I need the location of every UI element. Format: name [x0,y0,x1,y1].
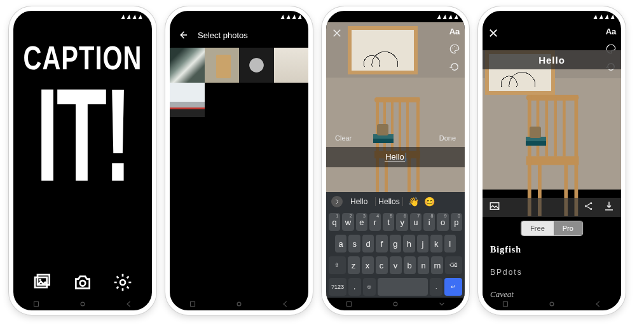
key-q[interactable]: q1 [329,213,340,231]
key-n[interactable]: n [418,256,430,274]
symbols-key[interactable]: ?123 [329,278,346,296]
emoji-key[interactable]: ☺ [363,278,376,296]
suggestion-emoji[interactable]: 👋 [408,197,419,207]
photo-thumb[interactable] [205,48,240,83]
suggestion-emoji[interactable]: 😊 [424,197,435,207]
rotate-tool-button[interactable] [448,60,461,73]
close-icon [331,27,343,39]
key-r[interactable]: r4 [369,213,381,231]
space-key[interactable] [378,278,428,296]
open-gallery-button[interactable] [29,271,57,294]
phone-picker: Select photos [165,6,313,315]
segment-free[interactable]: Free [521,221,554,235]
key-row: asdfghjkl [326,233,465,254]
status-bar [483,11,621,22]
back-icon[interactable] [281,300,290,308]
font-item[interactable]: BPdots [490,268,613,277]
caption-display[interactable]: Hello [483,50,621,69]
font-item[interactable]: Bigfish [490,245,613,255]
key-d[interactable]: d [362,235,374,252]
system-navbar [326,298,465,310]
font-list[interactable]: Bigfish BPdots Caveat [483,241,621,298]
key-u[interactable]: u7 [410,213,421,231]
key-s[interactable]: s [348,235,360,252]
key-y[interactable]: y6 [396,213,408,231]
photo-thumb[interactable] [170,48,205,83]
system-navbar [13,298,152,310]
open-camera-button[interactable] [69,271,97,294]
home-icon[interactable] [78,300,87,308]
home-icon[interactable] [235,300,243,308]
key-h[interactable]: h [403,235,414,252]
key-p[interactable]: p0 [451,213,462,231]
key-l[interactable]: l [444,235,456,252]
key-x[interactable]: x [362,256,374,274]
close-button[interactable] [331,27,343,41]
open-settings-button[interactable] [109,271,137,294]
suggestion-item[interactable]: Hellos [375,197,402,206]
photo-thumb[interactable] [170,83,205,118]
add-photo-button[interactable] [489,200,500,214]
key-i[interactable]: i8 [423,213,435,231]
key-g[interactable]: g [390,235,401,252]
done-button[interactable]: Done [439,134,456,142]
collapse-suggestions-button[interactable] [331,196,343,207]
home-icon[interactable] [391,300,400,308]
key-m[interactable]: m [431,256,443,274]
svg-rect-7 [191,302,195,307]
enter-key[interactable]: ↵ [444,278,462,296]
segment-pro[interactable]: Pro [554,221,582,235]
key-v[interactable]: v [390,256,402,274]
svg-point-10 [454,46,455,48]
key-b[interactable]: b [404,256,416,274]
key-j[interactable]: j [417,235,428,252]
svg-point-3 [80,280,86,286]
keyboard-hide-icon[interactable] [437,300,446,308]
recent-apps-icon[interactable] [345,300,353,308]
period-key[interactable]: . [430,278,442,296]
back-icon[interactable] [594,300,603,308]
recent-apps-icon[interactable] [32,300,41,308]
photo-chair [372,97,429,193]
photo-chair [523,95,589,205]
recent-apps-icon[interactable] [188,300,197,308]
palette-tool-button[interactable] [448,43,461,55]
share-button[interactable] [583,200,594,214]
home-icon[interactable] [547,300,556,308]
canvas-photo[interactable] [483,50,621,190]
close-button[interactable] [488,27,499,41]
font-item[interactable]: Caveat [490,289,613,298]
back-arrow-icon[interactable] [177,29,189,41]
key-t[interactable]: t5 [383,213,394,231]
comma-key[interactable]: , [348,278,361,296]
svg-point-9 [452,48,453,49]
font-tool-button[interactable]: Aa [448,25,461,38]
caption-input-row[interactable]: Hello [326,147,465,167]
status-bar [170,11,308,22]
key-k[interactable]: k [430,235,442,252]
key-row: ?123 , ☺ . ↵ [326,276,465,298]
clear-button[interactable]: Clear [335,134,352,142]
key-a[interactable]: a [335,235,346,252]
suggestion-item[interactable]: Hello [348,197,370,206]
status-bar [326,11,465,22]
key-w[interactable]: w2 [342,213,353,231]
photo-thumb[interactable] [274,48,309,83]
svg-point-19 [550,302,554,306]
font-tool-button[interactable]: Aa [605,25,617,38]
photo-thumb[interactable] [239,48,274,83]
svg-rect-18 [504,302,508,307]
key-f[interactable]: f [376,235,387,252]
key-o[interactable]: o9 [437,213,448,231]
key-⌫[interactable]: ⌫ [445,256,462,274]
recent-apps-icon[interactable] [501,300,510,308]
back-icon[interactable] [125,300,134,308]
key-c[interactable]: c [376,256,388,274]
text-cursor [406,153,406,162]
free-pro-segmented[interactable]: Free Pro [521,221,583,236]
key-e[interactable]: e3 [356,213,367,231]
download-icon [603,200,615,212]
key-z[interactable]: z [348,256,360,274]
download-button[interactable] [603,200,615,214]
key-⇧[interactable]: ⇧ [329,256,346,274]
